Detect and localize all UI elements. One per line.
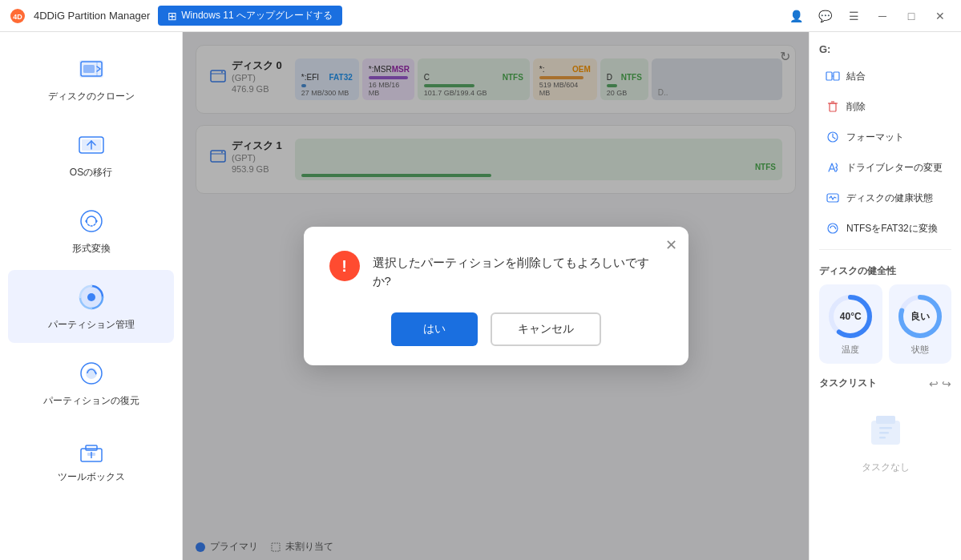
svg-rect-44 [876,416,895,424]
undo-button[interactable]: ↩ [929,377,939,390]
svg-rect-36 [827,194,838,202]
svg-rect-31 [830,103,836,111]
task-empty-icon [865,409,906,454]
sidebar-label-partition-recover: パーティションの復元 [43,394,139,408]
sidebar-item-os-migrate[interactable]: OSの移行 [8,118,174,191]
sidebar: ディスクのクローン OSの移行 [0,32,183,560]
sidebar-label-disk-clone: ディスクのクローン [48,90,135,103]
svg-point-13 [87,293,95,301]
sidebar-label-os-migrate: OSの移行 [70,166,112,179]
temperature-card: 40°C 温度 [819,284,882,364]
merge-label: 結合 [846,70,866,83]
right-panel: G: 結合 削除 フォーマット ドライブレターの変更 [809,32,961,560]
sidebar-label-toolbox: ツールボックス [58,470,125,484]
dialog-body: ! 選択したパーティションを削除してもよろしいですか? [329,249,663,290]
health-title: ディスクの健全性 [819,264,951,278]
sidebar-item-toolbox[interactable]: ツールボックス [8,422,174,495]
status-gauge: 良い [896,292,944,340]
sidebar-item-disk-clone[interactable]: ディスクのクローン [8,42,174,115]
dialog-close-button[interactable]: ✕ [665,236,677,254]
action-merge[interactable]: 結合 [819,63,951,89]
partition-manage-icon [75,281,107,313]
svg-rect-28 [826,72,832,80]
partition-recover-icon [75,357,107,389]
minimize-button[interactable]: ─ [871,5,894,27]
ntfs-fat32-label: NTFSをFAT32に変換 [846,222,938,236]
disk-clone-icon [75,53,107,85]
sidebar-label-partition-manage: パーティション管理 [48,318,135,332]
action-disk-health[interactable]: ディスクの健康状態 [819,185,951,211]
action-format[interactable]: フォーマット [819,124,951,150]
temperature-label: 温度 [842,344,859,356]
toolbox-icon [75,433,107,465]
task-list-title: タスクリスト [819,377,877,390]
sidebar-item-partition-recover[interactable]: パーティションの復元 [8,346,174,419]
temperature-gauge: 40°C [826,292,874,340]
confirm-button[interactable]: はい [391,312,478,346]
svg-rect-4 [83,65,95,73]
task-header: タスクリスト ↩ ↪ [819,377,951,390]
svg-marker-38 [835,228,837,230]
merge-icon [826,69,840,83]
temperature-value: 40°C [840,311,862,322]
delete-label: 削除 [846,100,866,114]
ntfs-fat32-icon [826,221,840,236]
os-migrate-icon [75,129,107,161]
support-button[interactable]: 💬 [814,5,836,27]
task-empty-label: タスクなし [862,461,910,474]
svg-rect-20 [87,453,95,456]
status-value: 良い [911,310,930,324]
status-label: 状態 [911,344,929,356]
svg-rect-29 [834,72,839,80]
change-letter-icon [826,160,840,175]
disk-health-icon [826,191,840,205]
sidebar-label-format-convert: 形式変換 [72,242,111,256]
account-button[interactable]: 👤 [785,5,807,27]
disk-health-label: ディスクの健康状態 [846,191,933,205]
task-section: タスクリスト ↩ ↪ タスクなし [819,377,951,487]
dialog-actions: はい キャンセル [329,312,663,346]
app-logo: 4D [10,8,26,24]
dialog-message: 選択したパーティションを削除してもよろしいですか? [373,249,663,290]
main-layout: ディスクのクローン OSの移行 [0,32,961,560]
window-controls: 👤 💬 ☰ ─ □ ✕ [785,5,951,27]
change-letter-label: ドライブレターの変更 [846,161,943,175]
windows-icon: ⊞ [168,10,177,22]
action-delete[interactable]: 削除 [819,94,951,119]
format-icon [826,130,840,144]
svg-text:4D: 4D [13,13,22,21]
content-area: ↻ ディスク 0 (GPT) 476.9 GB [183,32,809,560]
menu-button[interactable]: ☰ [842,5,865,27]
app-title: 4DDiG Partition Manager [34,10,150,22]
action-ntfs-fat32[interactable]: NTFSをFAT32に変換 [819,216,951,241]
task-empty: タスクなし [819,397,951,487]
confirm-dialog: ✕ ! 選択したパーティションを削除してもよろしいですか? はい キャンセル [304,227,688,365]
sidebar-item-partition-manage[interactable]: パーティション管理 [8,270,174,343]
task-controls: ↩ ↪ [929,377,951,390]
svg-marker-11 [85,220,87,223]
maximize-button[interactable]: □ [900,5,923,27]
format-label: フォーマット [846,131,904,144]
svg-rect-47 [879,437,886,439]
svg-rect-46 [879,432,889,434]
close-button[interactable]: ✕ [929,5,951,27]
status-card: 良い 状態 [889,284,952,364]
title-bar: 4D 4DDiG Partition Manager ⊞ Windows 11 … [0,0,961,32]
upgrade-button[interactable]: ⊞ Windows 11 へアップグレードする [158,6,342,26]
svg-marker-10 [96,220,98,223]
action-change-letter[interactable]: ドライブレターの変更 [819,155,951,180]
delete-icon [826,99,840,114]
warning-icon: ! [329,251,360,281]
sidebar-item-format-convert[interactable]: 形式変換 [8,194,174,267]
dialog-overlay: ✕ ! 選択したパーティションを削除してもよろしいですか? はい キャンセル [183,32,809,560]
format-convert-icon [75,205,107,237]
svg-rect-45 [879,427,892,429]
redo-button[interactable]: ↪ [942,377,951,390]
health-section: ディスクの健全性 40°C 温度 [819,264,951,364]
svg-rect-18 [86,445,97,450]
divider-1 [819,249,951,250]
drive-label: G: [819,43,951,55]
cancel-button[interactable]: キャンセル [491,312,601,346]
health-cards: 40°C 温度 良い 状態 [819,284,951,364]
svg-point-9 [81,211,102,232]
